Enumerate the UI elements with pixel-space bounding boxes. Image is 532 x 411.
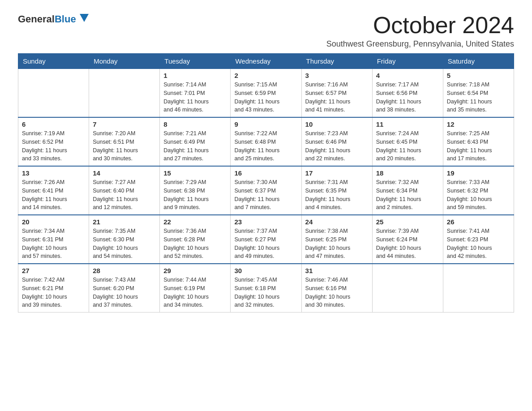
calendar-day-cell: 19Sunrise: 7:33 AM Sunset: 6:32 PM Dayli… [443,166,514,215]
day-info: Sunrise: 7:24 AM Sunset: 6:45 PM Dayligh… [376,129,439,163]
calendar-day-cell: 7Sunrise: 7:20 AM Sunset: 6:51 PM Daylig… [89,117,160,166]
calendar-table: SundayMondayTuesdayWednesdayThursdayFrid… [18,53,514,313]
calendar-day-cell: 24Sunrise: 7:38 AM Sunset: 6:25 PM Dayli… [301,215,372,264]
day-number: 26 [447,218,510,226]
day-number: 13 [22,169,85,177]
logo-general-text: General [18,13,55,25]
calendar-day-cell: 30Sunrise: 7:45 AM Sunset: 6:18 PM Dayli… [231,264,301,313]
calendar-day-cell: 31Sunrise: 7:46 AM Sunset: 6:16 PM Dayli… [301,264,372,313]
day-number: 17 [305,169,369,177]
day-number: 8 [163,120,227,128]
calendar-day-cell: 10Sunrise: 7:23 AM Sunset: 6:46 PM Dayli… [301,117,372,166]
day-number: 11 [376,120,439,128]
calendar-day-cell [18,69,89,118]
calendar-day-cell: 21Sunrise: 7:35 AM Sunset: 6:30 PM Dayli… [89,215,160,264]
calendar-day-cell: 4Sunrise: 7:17 AM Sunset: 6:56 PM Daylig… [372,69,443,118]
day-number: 30 [234,267,297,274]
day-info: Sunrise: 7:27 AM Sunset: 6:40 PM Dayligh… [93,178,156,212]
day-number: 23 [234,218,297,226]
weekday-header-tuesday: Tuesday [160,54,231,69]
calendar-day-cell [372,264,443,313]
calendar-week-row: 1Sunrise: 7:14 AM Sunset: 7:01 PM Daylig… [18,69,514,118]
day-number: 21 [93,218,156,226]
day-info: Sunrise: 7:39 AM Sunset: 6:24 PM Dayligh… [376,227,439,261]
day-info: Sunrise: 7:32 AM Sunset: 6:34 PM Dayligh… [376,178,439,212]
calendar-day-cell: 11Sunrise: 7:24 AM Sunset: 6:45 PM Dayli… [372,117,443,166]
logo-triangle-icon [80,14,89,23]
calendar-day-cell: 23Sunrise: 7:37 AM Sunset: 6:27 PM Dayli… [231,215,301,264]
calendar-day-cell: 17Sunrise: 7:31 AM Sunset: 6:35 PM Dayli… [301,166,372,215]
day-info: Sunrise: 7:15 AM Sunset: 6:59 PM Dayligh… [234,81,297,114]
day-info: Sunrise: 7:30 AM Sunset: 6:37 PM Dayligh… [234,178,297,212]
day-info: Sunrise: 7:38 AM Sunset: 6:25 PM Dayligh… [305,227,369,261]
day-number: 31 [305,267,369,274]
day-info: Sunrise: 7:43 AM Sunset: 6:20 PM Dayligh… [93,276,156,309]
weekday-header-monday: Monday [89,54,160,69]
day-number: 16 [234,169,297,177]
calendar-day-cell: 13Sunrise: 7:26 AM Sunset: 6:41 PM Dayli… [18,166,89,215]
logo: GeneralBlue [18,13,89,25]
day-info: Sunrise: 7:37 AM Sunset: 6:27 PM Dayligh… [234,227,297,261]
day-number: 28 [93,267,156,274]
weekday-header-sunday: Sunday [18,54,89,69]
day-info: Sunrise: 7:25 AM Sunset: 6:43 PM Dayligh… [447,129,510,163]
calendar-day-cell: 14Sunrise: 7:27 AM Sunset: 6:40 PM Dayli… [89,166,160,215]
day-info: Sunrise: 7:16 AM Sunset: 6:57 PM Dayligh… [305,81,369,114]
day-info: Sunrise: 7:29 AM Sunset: 6:38 PM Dayligh… [163,178,227,212]
day-info: Sunrise: 7:33 AM Sunset: 6:32 PM Dayligh… [447,178,510,212]
day-info: Sunrise: 7:22 AM Sunset: 6:48 PM Dayligh… [234,129,297,163]
day-number: 20 [22,218,85,226]
day-number: 4 [376,72,439,79]
logo-blue-text: Blue [55,13,76,25]
day-info: Sunrise: 7:26 AM Sunset: 6:41 PM Dayligh… [22,178,85,212]
day-number: 15 [163,169,227,177]
weekday-header-row: SundayMondayTuesdayWednesdayThursdayFrid… [18,54,514,69]
day-number: 3 [305,72,369,79]
calendar-day-cell [443,264,514,313]
day-number: 19 [447,169,510,177]
calendar-day-cell: 5Sunrise: 7:18 AM Sunset: 6:54 PM Daylig… [443,69,514,118]
weekday-header-wednesday: Wednesday [231,54,301,69]
title-area: October 2024 Southwest Greensburg, Penns… [326,13,514,49]
calendar-week-row: 6Sunrise: 7:19 AM Sunset: 6:52 PM Daylig… [18,117,514,166]
day-info: Sunrise: 7:36 AM Sunset: 6:28 PM Dayligh… [163,227,227,261]
calendar-day-cell: 6Sunrise: 7:19 AM Sunset: 6:52 PM Daylig… [18,117,89,166]
day-number: 12 [447,120,510,128]
day-number: 7 [93,120,156,128]
day-info: Sunrise: 7:45 AM Sunset: 6:18 PM Dayligh… [234,276,297,309]
day-info: Sunrise: 7:23 AM Sunset: 6:46 PM Dayligh… [305,129,369,163]
day-info: Sunrise: 7:21 AM Sunset: 6:49 PM Dayligh… [163,129,227,163]
day-number: 24 [305,218,369,226]
calendar-day-cell: 2Sunrise: 7:15 AM Sunset: 6:59 PM Daylig… [231,69,301,118]
calendar-day-cell: 28Sunrise: 7:43 AM Sunset: 6:20 PM Dayli… [89,264,160,313]
day-info: Sunrise: 7:34 AM Sunset: 6:31 PM Dayligh… [22,227,85,261]
day-number: 2 [234,72,297,79]
calendar-week-row: 20Sunrise: 7:34 AM Sunset: 6:31 PM Dayli… [18,215,514,264]
day-number: 14 [93,169,156,177]
day-number: 22 [163,218,227,226]
location-subtitle: Southwest Greensburg, Pennsylvania, Unit… [326,39,514,49]
calendar-day-cell: 25Sunrise: 7:39 AM Sunset: 6:24 PM Dayli… [372,215,443,264]
day-number: 25 [376,218,439,226]
day-info: Sunrise: 7:35 AM Sunset: 6:30 PM Dayligh… [93,227,156,261]
svg-marker-0 [80,14,89,22]
page-header: GeneralBlue October 2024 Southwest Green… [18,13,514,49]
calendar-week-row: 13Sunrise: 7:26 AM Sunset: 6:41 PM Dayli… [18,166,514,215]
calendar-day-cell: 26Sunrise: 7:41 AM Sunset: 6:23 PM Dayli… [443,215,514,264]
day-info: Sunrise: 7:46 AM Sunset: 6:16 PM Dayligh… [305,276,369,309]
day-info: Sunrise: 7:42 AM Sunset: 6:21 PM Dayligh… [22,276,85,309]
day-number: 10 [305,120,369,128]
calendar-day-cell: 22Sunrise: 7:36 AM Sunset: 6:28 PM Dayli… [160,215,231,264]
day-info: Sunrise: 7:44 AM Sunset: 6:19 PM Dayligh… [163,276,227,309]
day-info: Sunrise: 7:20 AM Sunset: 6:51 PM Dayligh… [93,129,156,163]
calendar-day-cell: 3Sunrise: 7:16 AM Sunset: 6:57 PM Daylig… [301,69,372,118]
weekday-header-saturday: Saturday [443,54,514,69]
calendar-day-cell: 9Sunrise: 7:22 AM Sunset: 6:48 PM Daylig… [231,117,301,166]
day-number: 9 [234,120,297,128]
calendar-week-row: 27Sunrise: 7:42 AM Sunset: 6:21 PM Dayli… [18,264,514,313]
day-info: Sunrise: 7:14 AM Sunset: 7:01 PM Dayligh… [163,81,227,114]
calendar-day-cell: 29Sunrise: 7:44 AM Sunset: 6:19 PM Dayli… [160,264,231,313]
calendar-day-cell: 15Sunrise: 7:29 AM Sunset: 6:38 PM Dayli… [160,166,231,215]
calendar-day-cell: 27Sunrise: 7:42 AM Sunset: 6:21 PM Dayli… [18,264,89,313]
calendar-day-cell: 16Sunrise: 7:30 AM Sunset: 6:37 PM Dayli… [231,166,301,215]
